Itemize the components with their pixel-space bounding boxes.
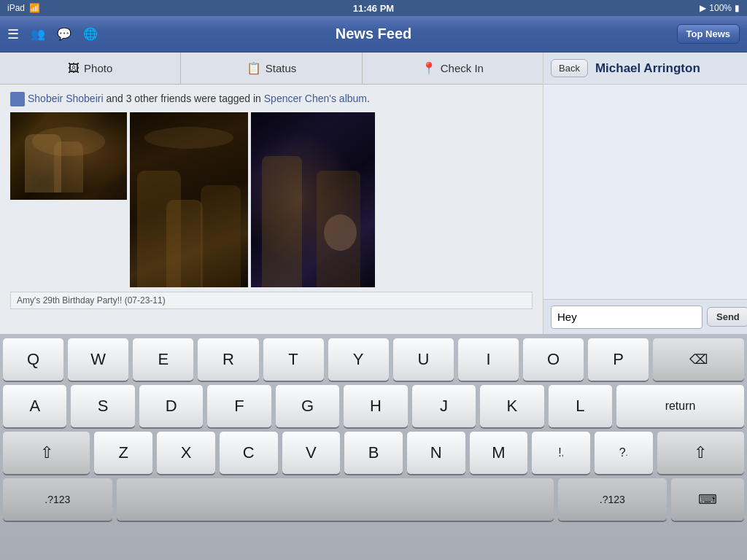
key-o[interactable]: O: [523, 338, 584, 381]
key-a[interactable]: A: [3, 385, 66, 427]
friends-icon[interactable]: 👥: [31, 27, 45, 41]
right-panel: Back Michael Arrington Send: [543, 52, 747, 334]
key-m[interactable]: M: [470, 432, 528, 474]
key-return[interactable]: return: [616, 385, 744, 427]
key-e[interactable]: E: [133, 338, 193, 381]
key-j[interactable]: J: [412, 385, 476, 427]
key-n[interactable]: N: [407, 432, 465, 474]
battery-label: 100%: [709, 3, 732, 13]
message-input[interactable]: [551, 306, 703, 329]
key-v[interactable]: V: [282, 432, 341, 474]
main-area: 🖼 Photo 📋 Status 📍 Check In Shobeir Shob…: [0, 52, 747, 334]
key-q[interactable]: Q: [3, 338, 63, 381]
device-label: iPad: [7, 3, 25, 13]
key-d[interactable]: D: [139, 385, 203, 427]
key-s[interactable]: S: [71, 385, 134, 427]
status-label: Status: [266, 62, 297, 74]
checkin-icon: 📍: [422, 61, 436, 75]
right-content: [543, 85, 747, 299]
keyboard-row-3: ⇧ Z X C V B N M !, ?. ⇧: [3, 432, 744, 474]
send-button[interactable]: Send: [707, 307, 747, 327]
photo-icon: 🖼: [68, 62, 80, 75]
menu-icon[interactable]: ☰: [7, 26, 19, 42]
key-b[interactable]: B: [344, 432, 403, 474]
key-shift-right[interactable]: ⇧: [657, 432, 745, 474]
key-l[interactable]: L: [549, 385, 612, 427]
key-x[interactable]: X: [157, 432, 215, 474]
right-panel-title: Michael Arrington: [595, 61, 700, 76]
photo-2[interactable]: [130, 112, 248, 287]
nav-bar: ☰ 👥 💬 🌐 News Feed Top News: [0, 16, 747, 52]
key-i[interactable]: I: [458, 338, 519, 381]
right-header: Back Michael Arrington: [543, 52, 747, 85]
post-album-link[interactable]: Spencer Chen's album: [264, 93, 367, 104]
location-icon: ▶: [700, 3, 706, 13]
key-question-period[interactable]: ?.: [595, 432, 653, 474]
post-text-mid: and 3 other friends were tagged in: [104, 93, 264, 104]
key-exclaim-comma[interactable]: !,: [532, 432, 590, 474]
key-sym-left[interactable]: .?123: [3, 478, 112, 521]
chat-icon[interactable]: 💬: [57, 27, 71, 41]
message-area: Send: [543, 299, 747, 334]
keyboard-row-1: Q W E R T Y U I O P ⌫: [3, 338, 744, 381]
photo-action[interactable]: 🖼 Photo: [0, 52, 181, 84]
battery-icon: ▮: [735, 3, 740, 13]
status-icon: 📋: [247, 61, 261, 75]
keyboard: Q W E R T Y U I O P ⌫ A S D F G H J K L …: [0, 334, 747, 560]
key-shift-left[interactable]: ⇧: [3, 432, 90, 474]
checkin-action[interactable]: 📍 Check In: [363, 52, 543, 84]
checkin-label: Check In: [441, 62, 484, 74]
key-k[interactable]: K: [480, 385, 543, 427]
wifi-icon: 📶: [29, 3, 40, 13]
photo-grid: [10, 112, 533, 287]
post-avatar-icon: [10, 92, 25, 106]
key-keyboard-hide[interactable]: ⌨: [671, 478, 744, 521]
key-t[interactable]: T: [263, 338, 324, 381]
keyboard-row-4: .?123 .?123 ⌨: [3, 478, 744, 521]
key-space[interactable]: [117, 478, 554, 521]
top-news-button[interactable]: Top News: [677, 24, 740, 44]
post-author-link[interactable]: Shobeir Shobeiri: [28, 93, 104, 104]
back-button[interactable]: Back: [551, 59, 588, 77]
globe-icon[interactable]: 🌐: [83, 27, 98, 41]
status-action[interactable]: 📋 Status: [181, 52, 362, 84]
time-display: 11:46 PM: [353, 3, 394, 14]
key-y[interactable]: Y: [328, 338, 389, 381]
key-h[interactable]: H: [344, 385, 407, 427]
key-g[interactable]: G: [276, 385, 339, 427]
keyboard-row-2: A S D F G H J K L return: [3, 385, 744, 427]
key-sym-right[interactable]: .?123: [558, 478, 667, 521]
key-p[interactable]: P: [588, 338, 649, 381]
key-backspace[interactable]: ⌫: [653, 338, 744, 381]
key-f[interactable]: F: [207, 385, 271, 427]
feed-panel: 🖼 Photo 📋 Status 📍 Check In Shobeir Shob…: [0, 52, 543, 334]
key-u[interactable]: U: [393, 338, 454, 381]
key-z[interactable]: Z: [94, 432, 152, 474]
photo-1[interactable]: [10, 112, 127, 200]
key-c[interactable]: C: [220, 432, 278, 474]
key-w[interactable]: W: [68, 338, 128, 381]
photo-3[interactable]: [251, 112, 375, 287]
photo-label: Photo: [84, 62, 112, 74]
post-caption: Amy's 29th Birthday Party!! (07-23-11): [10, 292, 533, 309]
action-bar: 🖼 Photo 📋 Status 📍 Check In: [0, 52, 543, 85]
key-r[interactable]: R: [198, 338, 258, 381]
caption-text: Amy's 29th Birthday Party!! (07-23-11): [17, 295, 166, 306]
page-title: News Feed: [336, 26, 411, 42]
post-text: Shobeir Shobeiri and 3 other friends wer…: [10, 92, 533, 106]
feed-post: Shobeir Shobeiri and 3 other friends wer…: [0, 85, 543, 316]
status-bar: iPad 📶 11:46 PM ▶ 100% ▮: [0, 0, 747, 16]
